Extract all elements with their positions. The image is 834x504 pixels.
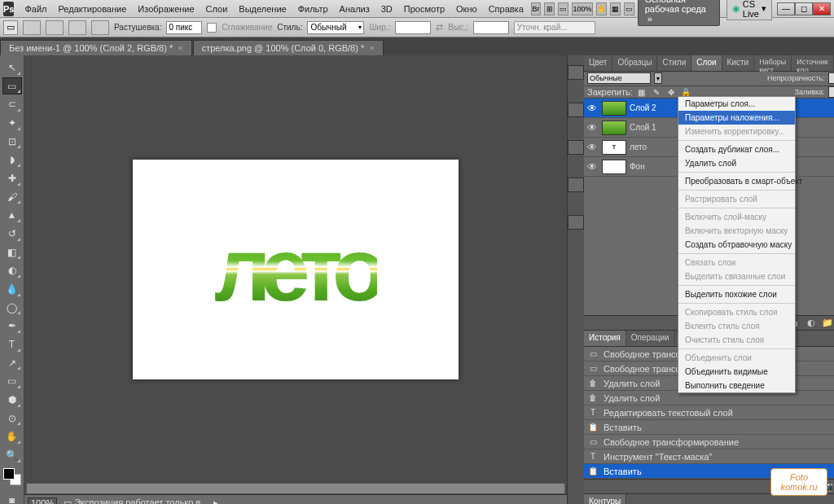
- hand-tool[interactable]: ✋: [2, 427, 22, 445]
- zoom-tool[interactable]: 🔍: [2, 446, 22, 464]
- ctx-item[interactable]: Выполнить сведение: [678, 379, 795, 392]
- ctx-item[interactable]: Параметры слоя...: [678, 97, 795, 111]
- ctx-item[interactable]: Объединить видимые: [678, 365, 795, 379]
- hand-icon[interactable]: ✋: [596, 2, 607, 15]
- layer-thumbnail[interactable]: [602, 121, 626, 135]
- close-button[interactable]: ✕: [813, 2, 831, 15]
- pen-tool[interactable]: ✒: [2, 317, 22, 335]
- viewmode-icon[interactable]: ▭: [558, 2, 568, 15]
- fg-color[interactable]: [3, 468, 15, 480]
- tab-brushpresets[interactable]: Наборы кист: [754, 55, 792, 71]
- layer-thumbnail[interactable]: [602, 160, 626, 174]
- document[interactable]: лето: [133, 160, 459, 379]
- shape-tool[interactable]: ▭: [2, 372, 22, 390]
- healing-tool[interactable]: ✚: [2, 169, 22, 187]
- group-icon[interactable]: 📁: [822, 318, 833, 329]
- dodge-tool[interactable]: ◯: [2, 299, 22, 317]
- layer-name[interactable]: Фон: [630, 162, 645, 171]
- visibility-icon[interactable]: 👁: [586, 141, 599, 154]
- dock-icon[interactable]: [568, 65, 584, 80]
- menu-filter[interactable]: Фильтр: [292, 2, 334, 16]
- blur-tool[interactable]: 💧: [2, 280, 22, 298]
- dock-icon[interactable]: [568, 103, 584, 117]
- tab-clonesource[interactable]: Источник кло: [792, 55, 833, 71]
- crop-tool[interactable]: ⊡: [2, 133, 22, 151]
- marquee-mode-new[interactable]: [23, 20, 41, 35]
- workspace-switcher[interactable]: Основная рабочая среда »: [638, 0, 720, 26]
- dock-icon[interactable]: [568, 140, 584, 155]
- layer-name[interactable]: лето: [630, 142, 647, 151]
- visibility-icon[interactable]: 👁: [586, 102, 599, 115]
- blend-mode-dropdown[interactable]: Обычные: [587, 72, 651, 84]
- color-swatches[interactable]: [3, 468, 21, 486]
- lasso-tool[interactable]: ⊂: [2, 95, 22, 113]
- menu-view[interactable]: Просмотр: [398, 2, 450, 16]
- stamp-tool[interactable]: ▲: [2, 206, 22, 224]
- tab-history[interactable]: История: [584, 331, 626, 346]
- adjustment-icon[interactable]: ◐: [805, 318, 817, 329]
- history-item[interactable]: TИнструмент "Текст-маска": [584, 449, 834, 464]
- menu-layers[interactable]: Слои: [200, 2, 234, 16]
- ctx-item[interactable]: Создать обтравочную маску: [678, 238, 795, 252]
- fill-input[interactable]: 100%: [828, 86, 834, 98]
- wand-tool[interactable]: ✦: [2, 114, 22, 132]
- dock-icon[interactable]: [568, 215, 584, 230]
- brush-tool[interactable]: 🖌: [2, 188, 22, 206]
- minimize-button[interactable]: —: [777, 2, 795, 15]
- menu-select[interactable]: Выделение: [233, 2, 292, 16]
- marquee-mode-sub[interactable]: [68, 20, 86, 35]
- history-item[interactable]: TРедактировать текстовый слой: [584, 405, 834, 420]
- opacity-input[interactable]: 100%: [828, 72, 834, 84]
- gradient-tool[interactable]: ◐: [2, 261, 22, 279]
- zoom-level[interactable]: 100%: [572, 2, 594, 15]
- visibility-icon[interactable]: 👁: [586, 121, 599, 134]
- type-tool[interactable]: T: [2, 335, 22, 353]
- feather-input[interactable]: [166, 21, 202, 34]
- ctx-item[interactable]: Преобразовать в смарт-объект: [678, 174, 795, 188]
- refine-edge-button[interactable]: Уточн. край...: [514, 21, 595, 34]
- tab-swatches[interactable]: Образцы: [612, 55, 657, 71]
- menu-analysis[interactable]: Анализ: [334, 2, 375, 16]
- tab-brushes[interactable]: Кисти: [722, 55, 755, 71]
- lock-transparent-icon[interactable]: ▦: [636, 86, 647, 98]
- visibility-icon[interactable]: 👁: [586, 160, 599, 173]
- menu-3d[interactable]: 3D: [375, 2, 398, 16]
- marquee-mode-int[interactable]: [91, 20, 109, 35]
- lock-pixels-icon[interactable]: ✎: [651, 86, 662, 98]
- eraser-tool[interactable]: ◧: [2, 243, 22, 261]
- status-zoom[interactable]: 100%: [28, 497, 57, 505]
- blend-mode-arrow[interactable]: ▾: [654, 72, 662, 84]
- 3d-camera-tool[interactable]: ⊙: [2, 410, 22, 427]
- canvas[interactable]: лето: [24, 55, 567, 483]
- maximize-button[interactable]: ◻: [795, 2, 813, 15]
- marquee-mode-add[interactable]: [46, 20, 64, 35]
- 3d-tool[interactable]: ⬢: [2, 391, 22, 409]
- layer-name[interactable]: Слой 2: [630, 103, 656, 112]
- lock-position-icon[interactable]: ✥: [665, 86, 677, 98]
- marquee-tool[interactable]: ▭: [2, 77, 22, 95]
- tab-layers[interactable]: Слои: [691, 55, 722, 71]
- ctx-item[interactable]: Удалить слой: [678, 156, 795, 170]
- close-tab-icon[interactable]: ×: [178, 43, 182, 53]
- move-tool[interactable]: ↖: [2, 59, 22, 77]
- quickmask-toggle[interactable]: ◙: [2, 491, 22, 504]
- tool-preset-icon[interactable]: ▭: [3, 20, 18, 35]
- layer-thumbnail[interactable]: T: [602, 140, 626, 155]
- dock-icon[interactable]: [568, 177, 584, 192]
- doc-tab-1[interactable]: Без имени-1 @ 100% (Слой 2, RGB/8) *×: [0, 40, 192, 55]
- tab-paths[interactable]: Контуры: [584, 494, 626, 504]
- ctx-item[interactable]: Создать дубликат слоя...: [678, 142, 795, 156]
- bridge-icon[interactable]: Br: [531, 2, 542, 15]
- menu-edit[interactable]: Редактирование: [53, 2, 133, 16]
- menu-help[interactable]: Справка: [483, 2, 529, 16]
- layer-thumbnail[interactable]: [602, 101, 626, 116]
- cslive-button[interactable]: ◉CS Live ▾: [726, 0, 772, 20]
- tab-color[interactable]: Цвет: [584, 55, 612, 71]
- eyedropper-tool[interactable]: ◗: [2, 151, 22, 169]
- ctx-item[interactable]: Выделить похожие слои: [678, 287, 795, 301]
- menu-window[interactable]: Окно: [450, 2, 483, 16]
- tab-styles[interactable]: Стили: [657, 55, 691, 71]
- doc-tab-2[interactable]: стрелка.png @ 100% (Слой 0, RGB/8) *×: [193, 40, 384, 55]
- history-item[interactable]: 📋Вставить: [584, 420, 834, 435]
- screen-icon[interactable]: ▭: [624, 2, 634, 15]
